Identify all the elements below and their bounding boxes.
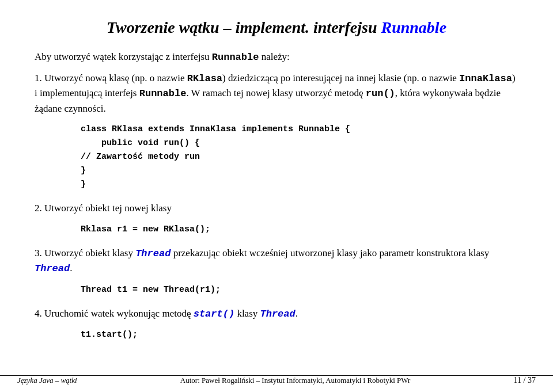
page-title: Tworzenie wątku – implement. interfejsu … xyxy=(35,17,518,38)
footer-left: Języka Java – wątki xyxy=(17,376,77,385)
step-1-runnable: Runnable xyxy=(139,88,187,99)
title-main: Tworzenie wątku – implement. interfejsu xyxy=(107,18,377,36)
step-2-text: 2. Utworzyć obiekt tej nowej klasy xyxy=(35,201,518,216)
code-line-2: public void run() { xyxy=(81,136,518,150)
step-3-text: 3. Utworzyć obiekt klasy Thread przekazu… xyxy=(35,246,518,276)
page: Tworzenie wątku – implement. interfejsu … xyxy=(0,0,553,392)
intro-text1: Aby utworzyć wątek korzystając z interfe… xyxy=(35,51,212,62)
code-line-4: } xyxy=(81,164,518,178)
step-4-text3: . xyxy=(296,308,298,319)
intro-runnable: Runnable xyxy=(212,52,259,63)
step-1-run: run() xyxy=(366,88,395,99)
step-1-rklasa: RKlasa xyxy=(187,73,222,84)
step-3-thread1: Thread xyxy=(135,248,171,259)
code-line-5: } xyxy=(81,178,518,192)
step-2-code-line: Rklasa r1 = new RKlasa(); xyxy=(81,223,518,237)
step-4-start: start() xyxy=(194,309,234,319)
step-1-number: 1. Utworzyć nową klasę (np. o nazwie xyxy=(35,73,187,83)
step-1: 1. Utworzyć nową klasę (np. o nazwie RKl… xyxy=(35,71,518,192)
step-3: 3. Utworzyć obiekt klasy Thread przekazu… xyxy=(35,246,518,297)
step-4: 4. Uruchomić watek wykonując metodę star… xyxy=(35,306,518,342)
step-1-innaklasa: InnaKlasa xyxy=(459,73,512,84)
step-4-text: 4. Uruchomić watek wykonując metodę star… xyxy=(35,306,518,322)
step-3-code-block: Thread t1 = new Thread(r1); xyxy=(81,283,518,297)
footer-center: Autor: Paweł Rogaliński – Instytut Infor… xyxy=(180,376,411,385)
step-1-text4: . W ramach tej nowej klasy utworzyć meto… xyxy=(186,87,365,98)
main-content: Aby utworzyć wątek korzystając z interfe… xyxy=(35,50,518,342)
footer: Języka Java – wątki Autor: Paweł Rogaliń… xyxy=(0,375,553,385)
step-4-thread: Thread xyxy=(260,309,296,319)
intro-text2: należy: xyxy=(259,51,289,62)
code-line-1: class RKlasa extends InnaKlasa implement… xyxy=(81,123,518,136)
footer-right: 11 / 37 xyxy=(514,376,536,385)
step-2: 2. Utworzyć obiekt tej nowej klasy Rklas… xyxy=(35,201,518,237)
step-3-code-line: Thread t1 = new Thread(r1); xyxy=(81,283,518,297)
title-runnable: Runnable xyxy=(381,18,446,36)
step-3-number: 3. Utworzyć obiekt klasy xyxy=(35,248,135,258)
step-1-text: 1. Utworzyć nową klasę (np. o nazwie RKl… xyxy=(35,71,518,116)
step-4-number: 4. Uruchomić watek wykonując metodę xyxy=(35,308,194,319)
step-4-code-block: t1.start(); xyxy=(81,328,518,342)
step-4-text2: klasy xyxy=(234,308,260,319)
step-3-text2: przekazując obiekt wcześniej utworzonej … xyxy=(171,248,489,258)
intro-paragraph: Aby utworzyć wątek korzystając z interfe… xyxy=(35,50,518,65)
step-1-code-block: class RKlasa extends InnaKlasa implement… xyxy=(81,123,518,192)
step-4-code-line: t1.start(); xyxy=(81,328,518,342)
step-3-text3: . xyxy=(70,262,72,273)
step-3-thread2: Thread xyxy=(35,263,70,274)
step-1-text2: ) dziedziczącą po interesującej na innej… xyxy=(222,73,459,83)
code-line-3: // Zawartość metody run xyxy=(81,150,518,164)
step-2-number: 2. Utworzyć obiekt tej nowej klasy xyxy=(35,203,172,214)
step-2-code-block: Rklasa r1 = new RKlasa(); xyxy=(81,223,518,237)
